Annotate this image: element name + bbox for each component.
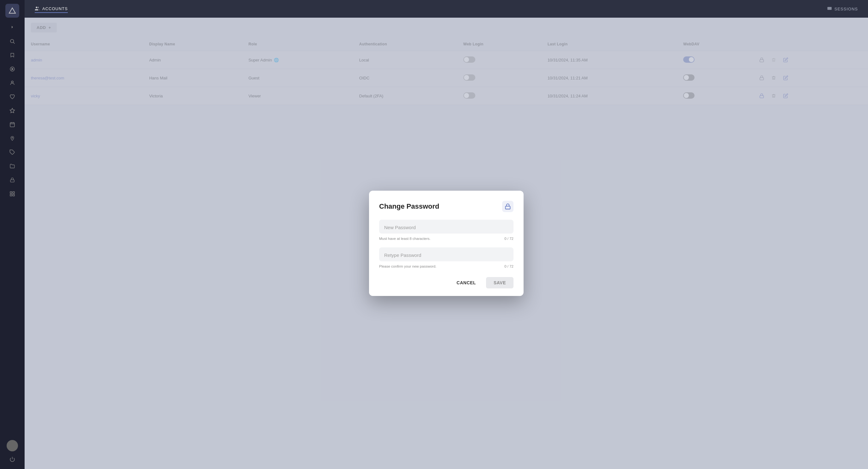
nav-accounts[interactable]: ACCOUNTS <box>35 5 68 13</box>
retype-password-hint: Please confirm your new password. <box>379 264 436 268</box>
svg-point-1 <box>10 39 14 43</box>
sidebar-item-star[interactable] <box>6 105 18 116</box>
logo-icon <box>8 7 16 14</box>
svg-rect-26 <box>505 206 510 209</box>
new-password-input[interactable] <box>384 225 508 230</box>
sidebar-item-location[interactable] <box>6 132 18 144</box>
sidebar-collapse-button[interactable] <box>7 22 17 32</box>
sidebar-item-grid[interactable] <box>6 188 18 200</box>
accounts-label: ACCOUNTS <box>42 6 68 11</box>
main-content: ACCOUNTS SESSIONS ADD + Username Display… <box>25 0 868 469</box>
sidebar-item-search[interactable] <box>6 35 18 47</box>
cancel-button[interactable]: CANCEL <box>451 277 482 289</box>
new-password-section: Must have at least 8 characters. 0 / 72 <box>379 220 514 243</box>
sessions-icon <box>827 6 832 11</box>
svg-marker-6 <box>10 108 15 113</box>
sidebar-item-bookmark[interactable] <box>6 49 18 61</box>
sidebar-item-lock[interactable] <box>6 174 18 186</box>
retype-password-section: Please confirm your new password. 0 / 72 <box>379 247 514 271</box>
retype-password-hint-row: Please confirm your new password. 0 / 72 <box>379 263 514 271</box>
svg-rect-7 <box>10 123 14 127</box>
power-button[interactable] <box>6 453 18 465</box>
svg-point-11 <box>12 137 12 138</box>
new-password-counter: 0 / 72 <box>504 237 514 240</box>
svg-marker-0 <box>9 8 16 13</box>
save-button[interactable]: SAVE <box>486 277 514 289</box>
retype-password-counter: 0 / 72 <box>504 264 514 268</box>
sidebar <box>0 0 25 469</box>
new-password-hint-row: Must have at least 8 characters. 0 / 72 <box>379 235 514 243</box>
svg-rect-17 <box>13 195 14 196</box>
sidebar-item-user[interactable] <box>6 77 18 89</box>
svg-rect-13 <box>10 180 14 182</box>
sidebar-item-play[interactable] <box>6 63 18 75</box>
table-area: ADD + Username Display Name Role Authent… <box>25 18 868 469</box>
modal-title: Change Password <box>379 202 439 210</box>
modal-actions: CANCEL SAVE <box>379 277 514 289</box>
top-navigation: ACCOUNTS SESSIONS <box>25 0 868 18</box>
svg-rect-15 <box>13 192 14 193</box>
svg-rect-14 <box>10 192 12 193</box>
accounts-icon <box>35 6 40 11</box>
retype-password-input-group <box>379 247 514 261</box>
new-password-input-group <box>379 220 514 234</box>
sessions-label: SESSIONS <box>835 7 858 11</box>
svg-rect-20 <box>827 7 831 10</box>
svg-point-19 <box>36 7 37 8</box>
svg-rect-16 <box>10 195 12 196</box>
user-avatar[interactable] <box>7 440 18 451</box>
sidebar-item-folder[interactable] <box>6 160 18 172</box>
change-password-modal: Change Password Must have at least 8 cha… <box>369 191 524 296</box>
modal-lock-icon <box>502 201 514 212</box>
retype-password-input[interactable] <box>384 253 508 258</box>
svg-line-2 <box>13 42 14 43</box>
nav-sessions[interactable]: SESSIONS <box>827 5 858 12</box>
sidebar-item-calendar[interactable] <box>6 119 18 131</box>
svg-point-5 <box>11 81 13 83</box>
sidebar-item-heart[interactable] <box>6 91 18 103</box>
app-logo[interactable] <box>5 4 19 18</box>
svg-marker-4 <box>12 68 13 70</box>
new-password-hint: Must have at least 8 characters. <box>379 237 431 240</box>
sidebar-item-tag[interactable] <box>6 146 18 158</box>
modal-header: Change Password <box>379 201 514 212</box>
modal-overlay: Change Password Must have at least 8 cha… <box>25 18 868 469</box>
